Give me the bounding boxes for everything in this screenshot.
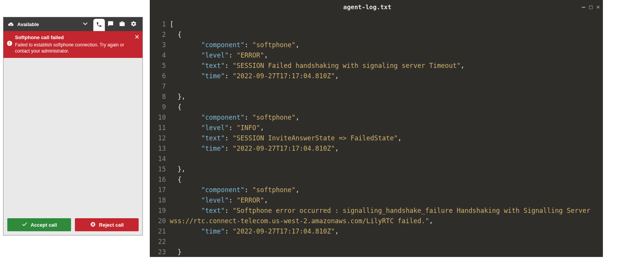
line-number: 7: [154, 81, 166, 92]
line-number: 12: [154, 133, 166, 143]
line-number: 23: [154, 247, 166, 257]
code-line: "text": "Softphone error occurred : sign…: [170, 206, 599, 226]
chevron-down-icon[interactable]: [83, 21, 88, 28]
window-controls: — □ ✕: [582, 3, 600, 10]
window-close-icon[interactable]: ✕: [596, 3, 600, 10]
line-number-gutter: 1234567891011121314151617181920212223: [154, 19, 170, 252]
code-line: },: [170, 164, 599, 175]
status-label: Available: [17, 21, 39, 27]
line-number: 14: [154, 154, 166, 164]
code-area[interactable]: [ { "component": "softphone", "level": "…: [170, 19, 599, 252]
line-number: 11: [154, 123, 166, 133]
line-number: 13: [154, 143, 166, 154]
tab-phone[interactable]: [93, 19, 105, 31]
softphone-footer: Accept call Reject call: [3, 214, 142, 235]
tab-chat[interactable]: [105, 17, 116, 31]
code-line: "level": "ERROR",: [170, 195, 599, 206]
editor-filename: agent-log.txt: [153, 3, 582, 11]
line-number: 8: [154, 92, 166, 102]
reject-label: Reject call: [99, 222, 124, 228]
softphone-panel: Available: [3, 17, 143, 235]
status-dropdown[interactable]: Available: [7, 21, 90, 28]
code-line: "text": "SESSION InviteAnswerState => Fa…: [170, 133, 599, 143]
code-line: "level": "ERROR",: [170, 50, 599, 61]
line-number: 10: [154, 112, 166, 123]
code-line: "component": "softphone",: [170, 185, 599, 195]
line-number: 19: [154, 206, 166, 216]
chat-icon: [108, 21, 114, 28]
error-body: Failed to establish softphone connection…: [15, 42, 132, 54]
window-minimize-icon[interactable]: —: [582, 3, 585, 10]
editor-body: 1234567891011121314151617181920212223 [ …: [150, 14, 603, 257]
line-number: 16: [154, 175, 166, 185]
line-number: 18: [154, 195, 166, 206]
reject-call-button[interactable]: Reject call: [75, 218, 139, 231]
close-icon[interactable]: ✕: [134, 34, 139, 40]
code-line: "time": "2022-09-27T17:17:04.810Z",: [170, 71, 599, 81]
code-line: [170, 81, 599, 92]
code-line: },: [170, 92, 599, 102]
line-number: 3: [154, 40, 166, 50]
line-number: 20: [154, 216, 166, 226]
code-line: [: [170, 19, 599, 30]
code-line: }: [170, 247, 599, 257]
code-line: [170, 154, 599, 164]
softphone-tabs: [93, 17, 139, 31]
svg-rect-1: [9, 42, 10, 44]
line-number: 22: [154, 237, 166, 247]
gear-icon: [131, 21, 137, 28]
reject-icon: [90, 221, 96, 229]
line-number: 21: [154, 226, 166, 237]
line-number: 17: [154, 185, 166, 195]
svg-rect-2: [9, 44, 10, 45]
tab-tasks[interactable]: [116, 17, 128, 31]
line-number: 2: [154, 30, 166, 40]
window-maximize-icon[interactable]: □: [589, 3, 593, 10]
code-line: "component": "softphone",: [170, 112, 599, 123]
phone-icon: [96, 21, 102, 29]
accept-call-button[interactable]: Accept call: [7, 218, 71, 231]
line-number: 4: [154, 50, 166, 61]
alert-icon: [7, 40, 13, 48]
code-line: [170, 237, 599, 247]
code-line: {: [170, 102, 599, 112]
briefcase-icon: [119, 21, 125, 28]
code-line: "component": "softphone",: [170, 40, 599, 50]
line-number: 15: [154, 164, 166, 175]
error-banner: Softphone call failed Failed to establis…: [3, 31, 142, 58]
code-line: "level": "INFO",: [170, 123, 599, 133]
tab-settings[interactable]: [128, 17, 139, 31]
editor-titlebar: agent-log.txt — □ ✕: [150, 0, 603, 14]
code-line: {: [170, 175, 599, 185]
editor-window: agent-log.txt — □ ✕ 12345678910111213141…: [150, 0, 603, 257]
code-line: "text": "SESSION Failed handshaking with…: [170, 61, 599, 71]
line-number: 5: [154, 61, 166, 71]
code-line: {: [170, 30, 599, 40]
softphone-topbar: Available: [3, 17, 142, 31]
error-title: Softphone call failed: [15, 34, 132, 41]
cloud-status-icon: [7, 21, 14, 27]
code-line: "time": "2022-09-27T17:17:04.810Z",: [170, 226, 599, 237]
line-number: 1: [154, 19, 166, 30]
check-icon: [22, 221, 28, 229]
code-line: "time": "2022-09-27T17:17:04.810Z",: [170, 143, 599, 154]
line-number: 6: [154, 71, 166, 81]
accept-label: Accept call: [31, 222, 57, 228]
softphone-body: [3, 58, 142, 214]
line-number: 9: [154, 102, 166, 112]
